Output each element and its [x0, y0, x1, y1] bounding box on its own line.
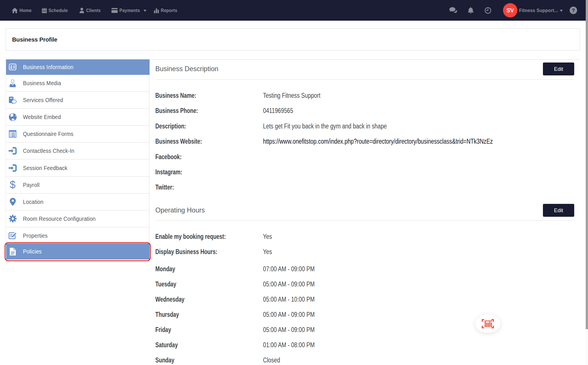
svg-text:?: ?	[572, 8, 575, 13]
